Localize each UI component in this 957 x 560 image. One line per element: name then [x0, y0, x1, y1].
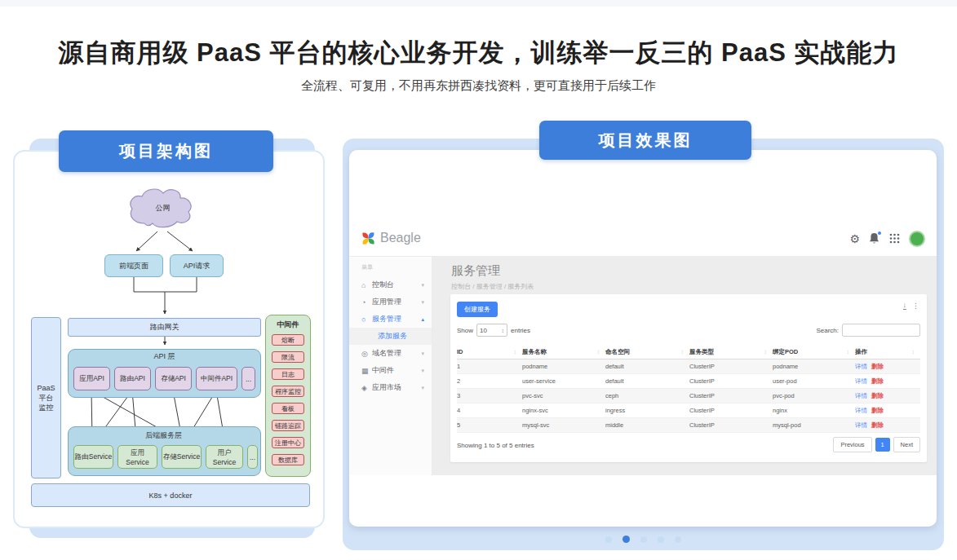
- service-box: 存储Service: [162, 445, 202, 469]
- user-avatar[interactable]: [909, 231, 925, 247]
- cell-name: user-service: [522, 377, 605, 385]
- api-layer-label: API 层: [68, 351, 261, 361]
- header-icon-group: ⚙: [849, 220, 925, 257]
- carousel-dot[interactable]: [658, 536, 664, 543]
- gateway-box: 路由网关: [68, 318, 261, 337]
- architecture-panel-title: 项目架构图: [59, 130, 273, 172]
- col-header-namespace[interactable]: 命名空间↕: [605, 348, 689, 356]
- breadcrumb: 控制台 / 服务管理 / 服务列表: [451, 282, 534, 291]
- api-request-box: API请求: [170, 254, 224, 277]
- frontend-page-box: 前端页面: [104, 254, 163, 277]
- cell-type: ClusterIP: [689, 363, 773, 370]
- kebab-menu-icon[interactable]: ⋮: [912, 302, 919, 310]
- carousel-dot[interactable]: [640, 536, 647, 543]
- carousel-dot[interactable]: [622, 536, 630, 543]
- create-service-button[interactable]: 创建服务: [457, 302, 498, 317]
- detail-link[interactable]: 详情: [855, 392, 867, 399]
- preview-panel-title: 项目效果图: [539, 121, 751, 160]
- monitor-line: PaaS: [37, 383, 55, 393]
- search-input[interactable]: [842, 324, 920, 337]
- dashboard-main: 服务管理 控制台 / 服务管理 / 服务列表 创建服务 ↓ ⋮ Show 10 …: [432, 257, 937, 475]
- home-icon: ⌂: [361, 281, 372, 289]
- page-size-select[interactable]: 10 ↕: [476, 324, 507, 337]
- carousel-dot[interactable]: [605, 536, 612, 543]
- detail-link[interactable]: 详情: [855, 377, 867, 385]
- sidebar-item-label: 应用市场: [372, 382, 421, 393]
- pagination: Previous 1 Next: [833, 437, 920, 452]
- cell-id: 5: [457, 421, 522, 429]
- middleware-item: 链路追踪: [272, 420, 304, 431]
- table-header-row: ID↕ 服务名称↕ 命名空间↕ 服务类型↕ 绑定POD↕ 操作↕: [457, 345, 920, 359]
- sidebar-item-app-market[interactable]: ◈ 应用市场 ▾: [349, 379, 432, 396]
- download-icon[interactable]: ↓: [903, 302, 907, 310]
- delete-link[interactable]: 删除: [871, 377, 884, 385]
- sidebar-item-domain-manage[interactable]: ◎ 域名管理 ▾: [349, 345, 432, 362]
- chevron-down-icon: ▾: [421, 299, 424, 306]
- monitor-line: 监控: [39, 403, 54, 412]
- carousel-dots: [605, 536, 681, 543]
- carousel-dot[interactable]: [675, 536, 681, 543]
- pinwheel-logo-icon: [361, 231, 375, 245]
- architecture-diagram-card: 公网 前端页面 API请求 路由网关 API 层 应用API 路由API 存储A…: [13, 150, 325, 528]
- paas-monitor-box: PaaS 平台 监控: [31, 317, 61, 478]
- gear-icon[interactable]: ⚙: [849, 232, 860, 245]
- delete-link[interactable]: 删除: [871, 407, 884, 414]
- detail-link[interactable]: 详情: [855, 407, 867, 414]
- delete-link[interactable]: 删除: [871, 363, 884, 370]
- top-strip: [0, 0, 957, 7]
- cell-namespace: ceph: [605, 392, 689, 399]
- sidebar-subitem-add-service[interactable]: 添加服务: [349, 328, 432, 345]
- col-header-name[interactable]: 服务名称↕: [522, 348, 605, 356]
- detail-link[interactable]: 详情: [855, 363, 867, 370]
- sidebar-item-console[interactable]: ⌂ 控制台 ▾: [349, 276, 432, 293]
- cell-pod: user-pod: [773, 377, 855, 385]
- sidebar-item-service-manage[interactable]: ○ 服务管理 ▴: [349, 311, 432, 328]
- cell-name: pvc-svc: [522, 392, 605, 399]
- app-manage-icon: ◔: [361, 298, 372, 306]
- sidebar-item-label: 应用管理: [372, 297, 421, 307]
- col-header-id[interactable]: ID↕: [457, 348, 522, 355]
- apps-grid-icon[interactable]: [889, 233, 900, 244]
- current-page-button[interactable]: 1: [875, 438, 890, 452]
- sidebar-item-label: 域名管理: [372, 348, 421, 359]
- service-box: 路由Service: [73, 445, 113, 469]
- api-box: 路由API: [114, 367, 151, 390]
- delete-link[interactable]: 删除: [871, 421, 884, 429]
- service-box: 用户Service: [206, 445, 243, 469]
- table-row: 4 nginx-svc ingress ClusterIP nginx 详情删除: [457, 403, 920, 418]
- entries-label: entries: [511, 327, 530, 334]
- previous-page-button[interactable]: Previous: [833, 437, 871, 452]
- cell-type: ClusterIP: [689, 392, 773, 399]
- notification-dot: [878, 231, 881, 235]
- cell-id: 2: [457, 377, 522, 385]
- dashboard-sidebar: 菜单 ⌂ 控制台 ▾ ◔ 应用管理 ▾ ○ 服务管理 ▴ 添加服务 ◎ 域名管理…: [349, 257, 432, 475]
- delete-link[interactable]: 删除: [871, 392, 884, 399]
- sidebar-item-middleware[interactable]: ▦ 中间件 ▾: [349, 362, 432, 379]
- chevron-down-icon: ▾: [421, 351, 424, 357]
- col-header-actions[interactable]: 操作↕: [855, 348, 920, 356]
- middleware-item: 程序监控: [272, 386, 304, 397]
- sidebar-item-label: 中间件: [372, 365, 421, 376]
- chevron-down-icon: ▾: [421, 385, 424, 391]
- cell-name: mysql-svc: [522, 421, 605, 429]
- table-row: 2 user-service default ClusterIP user-po…: [457, 374, 920, 389]
- cell-name: podname: [522, 363, 605, 370]
- detail-link[interactable]: 详情: [855, 421, 867, 429]
- bell-icon[interactable]: [869, 232, 880, 245]
- cell-id: 4: [457, 407, 522, 414]
- col-header-pod[interactable]: 绑定POD↕: [773, 348, 855, 356]
- middleware-icon: ▦: [361, 367, 372, 375]
- brand-logo[interactable]: Beagle: [361, 231, 421, 245]
- middleware-item: 看板: [272, 403, 304, 414]
- col-header-type[interactable]: 服务类型↕: [689, 348, 773, 356]
- service-table: ID↕ 服务名称↕ 命名空间↕ 服务类型↕ 绑定POD↕ 操作↕ 1 podna…: [457, 345, 920, 433]
- cell-type: ClusterIP: [689, 407, 773, 414]
- cell-type: ClusterIP: [689, 377, 773, 385]
- chevron-down-icon: ▾: [421, 368, 424, 374]
- chevron-down-icon: ▾: [421, 282, 424, 289]
- cell-pod: mysql-pod: [773, 421, 855, 429]
- next-page-button[interactable]: Next: [893, 437, 920, 452]
- sort-icon: ↕: [597, 349, 600, 355]
- dashboard-header: Beagle ⚙: [349, 220, 937, 257]
- sidebar-item-app-manage[interactable]: ◔ 应用管理 ▾: [349, 293, 432, 311]
